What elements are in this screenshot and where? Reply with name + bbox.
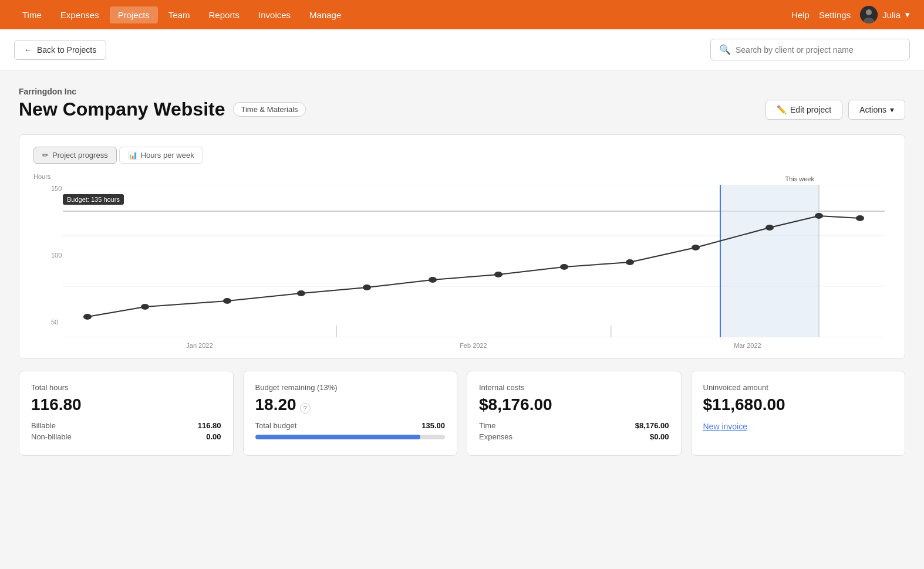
svg-point-19: [626, 259, 634, 265]
main-content: Farringdon Inc New Company Website Time …: [0, 70, 924, 472]
expenses-label: Expenses: [479, 432, 512, 441]
y-axis-label: Hours: [33, 173, 50, 180]
x-axis: Jan 2022 Feb 2022 Mar 2022: [63, 342, 885, 349]
y-tick-100: 100: [51, 252, 62, 259]
total-hours-card: Total hours 116.80 Billable 116.80 Non-b…: [19, 371, 234, 456]
back-label: Back to Projects: [37, 45, 96, 55]
svg-point-21: [765, 225, 774, 231]
actions-label: Actions: [859, 105, 886, 114]
time-label: Time: [479, 421, 495, 430]
tab-progress-label: Project progress: [52, 151, 108, 160]
nav-expenses[interactable]: Expenses: [52, 6, 107, 23]
time-costs-row: Time $8,176.00: [479, 421, 669, 430]
user-name: Julia: [882, 10, 901, 20]
non-billable-label: Non-billable: [31, 432, 72, 441]
total-hours-value: 116.80: [31, 395, 221, 414]
y-tick-50: 50: [51, 319, 62, 326]
search-input[interactable]: [736, 45, 901, 55]
budget-progress-bar: [255, 435, 446, 439]
budget-progress-fill: [255, 435, 420, 439]
tab-hours-label: Hours per week: [141, 151, 194, 160]
nav-projects[interactable]: Projects: [110, 6, 158, 23]
budget-info-row: Total budget 135.00: [255, 421, 446, 430]
this-week-label: This week: [785, 175, 814, 182]
time-value: $8,176.00: [635, 421, 669, 430]
x-label-jan: Jan 2022: [186, 342, 213, 349]
new-invoice-link[interactable]: New invoice: [703, 422, 747, 431]
budget-remaining-card: Budget remaining (13%) 18.20 ? Total bud…: [243, 371, 458, 456]
budget-remaining-value-row: 18.20 ?: [255, 395, 446, 421]
project-header: New Company Website Time & Materials ✏️ …: [19, 99, 905, 120]
chart-area: Hours 150 100 50 Budget: 135 hours This …: [33, 173, 891, 349]
avatar: [860, 6, 878, 23]
budget-remaining-label: Budget remaining (13%): [255, 383, 446, 392]
project-title: New Company Website: [19, 99, 225, 120]
edit-project-button[interactable]: ✏️ Edit project: [765, 100, 842, 120]
tab-hours-per-week[interactable]: 📊 Hours per week: [119, 147, 203, 164]
tab-project-progress[interactable]: ✏ Project progress: [33, 147, 117, 164]
chart-card: ✏ Project progress 📊 Hours per week Hour…: [19, 134, 905, 359]
svg-point-13: [223, 298, 231, 304]
stats-row: Total hours 116.80 Billable 116.80 Non-b…: [19, 371, 905, 456]
svg-point-17: [494, 272, 503, 277]
y-axis: 150 100 50: [51, 185, 62, 326]
billable-value: 116.80: [198, 421, 221, 430]
uninvoiced-label: Uninvoiced amount: [703, 383, 893, 392]
budget-help-icon[interactable]: ?: [300, 403, 311, 414]
nav-right: Help Settings Julia ▾: [791, 6, 910, 23]
svg-point-22: [815, 213, 823, 219]
svg-point-1: [866, 9, 872, 15]
user-chevron-icon: ▾: [905, 9, 910, 20]
toolbar: ← Back to Projects 🔍: [0, 29, 924, 70]
navigation: Time Expenses Projects Team Reports Invo…: [0, 0, 924, 29]
uninvoiced-value: $11,680.00: [703, 395, 893, 414]
nav-team[interactable]: Team: [160, 6, 198, 23]
back-button[interactable]: ← Back to Projects: [14, 40, 106, 60]
nav-items: Time Expenses Projects Team Reports Invo…: [14, 6, 791, 23]
svg-rect-8: [720, 185, 819, 337]
actions-chevron-icon: ▾: [890, 105, 894, 114]
nav-manage[interactable]: Manage: [301, 6, 349, 23]
y-tick-150: 150: [51, 185, 62, 192]
nav-settings[interactable]: Settings: [819, 10, 851, 20]
edit-label: Edit project: [790, 105, 831, 114]
billable-row: Billable 116.80: [31, 421, 221, 430]
svg-point-18: [560, 264, 568, 270]
bar-chart-tab-icon: 📊: [128, 151, 137, 160]
nav-user[interactable]: Julia ▾: [860, 6, 910, 23]
chart-svg: [63, 185, 885, 337]
uninvoiced-card: Uninvoiced amount $11,680.00 New invoice: [691, 371, 906, 456]
pencil-icon: ✏️: [777, 105, 787, 114]
internal-costs-label: Internal costs: [479, 383, 669, 392]
internal-costs-value: $8,176.00: [479, 395, 669, 414]
non-billable-value: 0.00: [206, 432, 221, 441]
project-type-badge: Time & Materials: [233, 102, 305, 117]
svg-point-20: [692, 245, 700, 250]
svg-point-23: [856, 215, 864, 221]
total-budget-value: 135.00: [421, 421, 445, 430]
svg-point-12: [141, 304, 149, 310]
internal-costs-card: Internal costs $8,176.00 Time $8,176.00 …: [467, 371, 682, 456]
chart-tabs: ✏ Project progress 📊 Hours per week: [33, 147, 891, 164]
svg-point-15: [363, 284, 371, 290]
back-arrow-icon: ←: [24, 45, 32, 55]
project-title-row: New Company Website Time & Materials: [19, 99, 306, 120]
nav-invoices[interactable]: Invoices: [250, 6, 299, 23]
billable-label: Billable: [31, 421, 56, 430]
actions-button[interactable]: Actions ▾: [848, 100, 905, 120]
x-label-feb: Feb 2022: [460, 342, 487, 349]
project-client: Farringdon Inc: [19, 87, 905, 96]
svg-point-11: [83, 314, 92, 320]
nav-reports[interactable]: Reports: [201, 6, 248, 23]
search-icon: 🔍: [719, 44, 731, 55]
pencil-tab-icon: ✏: [42, 151, 49, 160]
nav-time[interactable]: Time: [14, 6, 50, 23]
total-hours-label: Total hours: [31, 383, 221, 392]
svg-point-16: [429, 277, 437, 283]
svg-point-14: [297, 290, 305, 296]
total-budget-label: Total budget: [255, 421, 297, 430]
nav-help[interactable]: Help: [791, 10, 810, 20]
expenses-row: Expenses $0.00: [479, 432, 669, 441]
budget-remaining-value: 18.20: [255, 395, 296, 414]
non-billable-row: Non-billable 0.00: [31, 432, 221, 441]
